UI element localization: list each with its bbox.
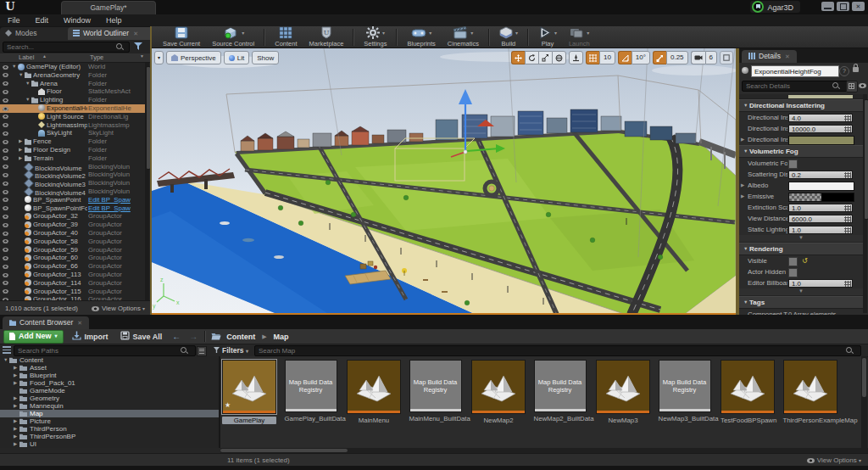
visibility-eye-icon[interactable] bbox=[3, 131, 8, 136]
source-control-button[interactable]: ▾Source Control bbox=[206, 27, 260, 48]
level-viewport[interactable]: z x y ▾ Perspective Lit Show bbox=[152, 48, 736, 315]
world-space-button[interactable] bbox=[552, 51, 566, 64]
property-checkbox[interactable] bbox=[788, 268, 798, 277]
outliner-scrollbar[interactable] bbox=[145, 63, 149, 312]
outliner-search-input[interactable] bbox=[3, 42, 130, 53]
outliner-row[interactable]: ▶TerrainFolder bbox=[0, 154, 150, 163]
property-value-field[interactable]: 1.0 bbox=[788, 226, 853, 234]
outliner-row[interactable]: GroupActor_66GroupActor bbox=[0, 262, 150, 271]
folder-row-thirdpersonbp[interactable]: ▶ThirdPersonBP bbox=[0, 433, 219, 440]
property-expander-icon[interactable]: ▶ bbox=[741, 134, 744, 145]
translate-tool-button[interactable] bbox=[511, 51, 525, 64]
visibility-eye-icon[interactable] bbox=[3, 239, 8, 243]
outliner-row[interactable]: GroupActor_58GroupActor bbox=[0, 238, 150, 246]
close-tab-icon[interactable]: ✕ bbox=[133, 31, 138, 36]
maximize-button[interactable] bbox=[837, 2, 849, 11]
outliner-row[interactable]: GroupActor_114GroupActor bbox=[0, 279, 150, 288]
camera-speed-value[interactable]: 6 bbox=[705, 51, 717, 64]
drag-handle-icon[interactable] bbox=[844, 227, 851, 233]
breadcrumb-map[interactable]: Map bbox=[274, 333, 289, 341]
forward-button[interactable]: → bbox=[187, 332, 199, 341]
expander-closed-icon[interactable]: ▶ bbox=[14, 440, 19, 448]
folder-row-content[interactable]: ▼Content bbox=[0, 356, 219, 364]
cinematics-button[interactable]: ▾Cinematics bbox=[442, 27, 485, 48]
visibility-eye-icon[interactable] bbox=[3, 281, 8, 285]
menu-window[interactable]: Window bbox=[56, 14, 98, 26]
property-expander-icon[interactable]: ▶ bbox=[741, 191, 744, 202]
asset-tile-mainmenu_builtdata[interactable]: Map Build Data RegistryMainMenu_BuiltDat… bbox=[409, 360, 464, 422]
column-header-label[interactable]: Label bbox=[19, 53, 34, 61]
asset-tile-newmap3_builtdata[interactable]: Map Build Data RegistryNewMap3_BuiltData bbox=[659, 360, 713, 422]
visibility-eye-icon[interactable] bbox=[3, 223, 8, 227]
visibility-eye-icon[interactable] bbox=[3, 73, 8, 77]
outliner-type-link[interactable]: Edit BP_Spaw bbox=[88, 204, 142, 213]
expander-closed-icon[interactable]: ▶ bbox=[14, 394, 19, 402]
folder-row-asset[interactable]: ▶Asset bbox=[0, 364, 219, 372]
visibility-eye-icon[interactable] bbox=[3, 256, 8, 260]
details-scrollbar[interactable] bbox=[863, 94, 867, 313]
folder-row-food_pack_01[interactable]: ▶Food_Pack_01 bbox=[0, 379, 219, 387]
surface-snap-button[interactable] bbox=[569, 51, 583, 64]
outliner-row[interactable]: ▼ArenaFolder bbox=[0, 80, 150, 88]
drag-handle-icon[interactable] bbox=[844, 216, 851, 222]
visibility-eye-icon[interactable] bbox=[3, 265, 8, 269]
outliner-row[interactable]: BlockingVolume3BlockingVolun bbox=[0, 179, 150, 187]
paths-list-icon[interactable] bbox=[197, 346, 207, 356]
outliner-row[interactable]: ▼LightingFolder bbox=[0, 96, 150, 104]
add-new-button[interactable]: Add New▾ bbox=[3, 330, 64, 344]
outliner-row[interactable]: GroupActor_59GroupActor bbox=[0, 246, 150, 255]
visibility-eye-icon[interactable] bbox=[3, 90, 8, 94]
content-button[interactable]: Content bbox=[269, 27, 303, 48]
section-header-volumetric-fog[interactable]: ▼Volumetric Fog bbox=[739, 145, 863, 158]
save-current-button[interactable]: Save Current bbox=[157, 27, 206, 48]
expander-closed-icon[interactable]: ▶ bbox=[14, 417, 19, 425]
dropdown-caret-icon[interactable]: ▾ bbox=[587, 30, 589, 36]
section-header-rendering[interactable]: ▼Rendering bbox=[739, 243, 863, 255]
visibility-eye-icon[interactable] bbox=[3, 156, 8, 160]
rotation-snap-value[interactable]: 10° bbox=[632, 51, 650, 64]
import-button[interactable]: Import bbox=[69, 331, 112, 342]
outliner-type-link[interactable]: Edit BP_Spaw bbox=[88, 196, 142, 204]
menu-file[interactable]: File bbox=[0, 14, 28, 26]
expander-open-icon[interactable]: ▼ bbox=[3, 356, 9, 364]
visibility-eye-icon[interactable] bbox=[3, 65, 8, 70]
expander-closed-icon[interactable]: ▶ bbox=[19, 154, 25, 163]
property-matrix-icon[interactable] bbox=[846, 81, 858, 92]
visibility-eye-icon[interactable] bbox=[3, 206, 8, 210]
visibility-eye-icon[interactable] bbox=[3, 165, 8, 169]
dropdown-caret-icon[interactable]: ▾ bbox=[554, 30, 557, 36]
expander-closed-icon[interactable]: ▶ bbox=[14, 379, 19, 387]
dropdown-caret-icon[interactable]: ▾ bbox=[382, 30, 385, 36]
breadcrumb-content[interactable]: Content bbox=[226, 333, 255, 341]
dropdown-caret-icon[interactable]: ▾ bbox=[242, 30, 244, 36]
scale-tool-button[interactable] bbox=[538, 51, 552, 64]
visibility-eye-icon[interactable] bbox=[3, 98, 8, 103]
level-tab[interactable]: GamePlay* bbox=[61, 1, 156, 15]
rotation-snap-button[interactable] bbox=[618, 51, 632, 64]
property-value-field[interactable]: 10000.0 bbox=[788, 125, 853, 133]
expander-closed-icon[interactable]: ▶ bbox=[14, 364, 19, 372]
outliner-row[interactable]: ▶FenceFolder bbox=[0, 137, 150, 146]
dropdown-caret-icon[interactable]: ▾ bbox=[515, 30, 518, 36]
folder-row-gamemode[interactable]: GameMode bbox=[0, 387, 219, 394]
visibility-eye-icon[interactable] bbox=[3, 273, 8, 277]
outliner-row[interactable]: GroupActor_115GroupActor bbox=[0, 288, 150, 296]
minimize-button[interactable] bbox=[821, 2, 834, 11]
settings-button[interactable]: ▾Settings bbox=[358, 27, 392, 48]
tab-content-browser[interactable]: Content Browser✕ bbox=[3, 316, 89, 329]
display-filter-eye-icon[interactable] bbox=[859, 83, 866, 88]
menu-edit[interactable]: Edit bbox=[28, 14, 57, 26]
folder-row-blueprint[interactable]: ▶Blueprint bbox=[0, 372, 219, 379]
outliner-row[interactable]: ▼ArenaGeometryFolder bbox=[0, 71, 150, 80]
marketplace-button[interactable]: UMarketplace bbox=[303, 27, 350, 48]
lock-icon[interactable] bbox=[853, 67, 859, 72]
perspective-button[interactable]: Perspective bbox=[166, 51, 221, 64]
section-header-directional-inscattering[interactable]: ▼Directional Inscattering bbox=[739, 99, 863, 112]
asset-tile-thirdpersonexamplemap[interactable]: ThirdPersonExampleMap bbox=[783, 360, 837, 424]
asset-tile-newmap2[interactable]: NewMap2 bbox=[471, 360, 526, 424]
close-tab-icon[interactable]: ✕ bbox=[77, 320, 82, 326]
folder-row-thirdperson[interactable]: ▶ThirdPerson bbox=[0, 425, 219, 433]
advanced-expander-icon[interactable]: ▼ bbox=[739, 288, 863, 296]
drag-handle-icon[interactable] bbox=[844, 115, 851, 121]
search-assets-input[interactable] bbox=[254, 345, 861, 356]
